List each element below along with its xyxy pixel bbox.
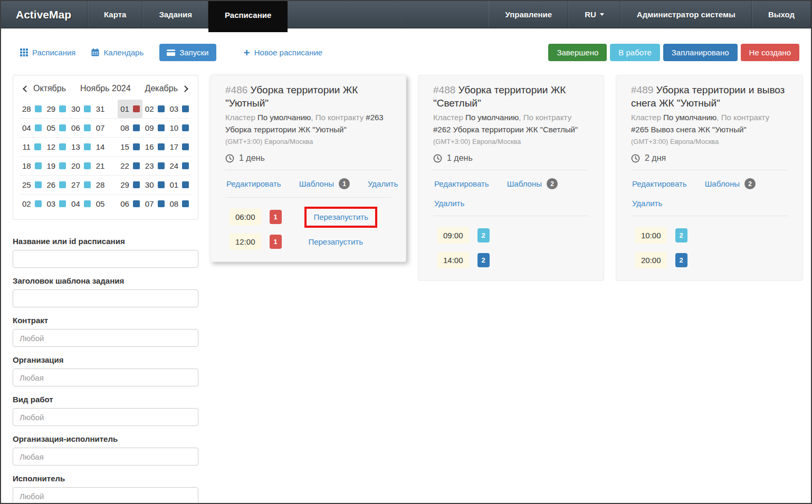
calendar-day-marker-icon (158, 181, 165, 188)
calendar-day-number: 14 (96, 142, 105, 151)
status-filter-button[interactable]: Не создано (741, 44, 799, 61)
nav-menu-item[interactable]: Выход (752, 1, 811, 28)
calendar-day-cell[interactable]: 04 (69, 195, 93, 213)
calendar-day-cell[interactable]: 16 (142, 138, 167, 156)
calendar-day-cell[interactable]: 08 (118, 119, 142, 137)
calendar-day-cell[interactable]: 02 (142, 100, 167, 118)
calendar-day-cell[interactable]: 07 (142, 195, 167, 213)
calendar-day-cell[interactable]: 23 (142, 157, 167, 175)
calendar-day-cell[interactable]: 27 (69, 176, 93, 194)
calendar-day-cell[interactable]: 13 (69, 138, 93, 156)
calendar-day-cell[interactable]: 28 (93, 176, 118, 194)
calendar-day-cell[interactable]: 14 (93, 138, 118, 156)
calendar-day-cell[interactable]: 05 (44, 119, 69, 137)
calendar-day-cell[interactable]: 31 (93, 100, 118, 118)
nav-menu-item[interactable]: RU (568, 1, 620, 28)
launch-count-badge[interactable]: 2 (477, 228, 490, 243)
calendar-day-cell[interactable]: 20 (69, 157, 93, 175)
delete-link[interactable]: Удалить (434, 199, 464, 208)
calendar-day-number: 24 (169, 161, 178, 170)
calendar-day-cell[interactable]: 24 (167, 157, 192, 175)
new-schedule-link[interactable]: + Новое расписание (244, 48, 323, 57)
calendar-day-cell[interactable]: 17 (167, 138, 192, 156)
filter-input[interactable] (13, 408, 198, 426)
status-filter-button[interactable]: Запланировано (663, 44, 738, 61)
filter-input[interactable] (13, 289, 198, 307)
filter-input[interactable] (13, 329, 198, 347)
filter-input[interactable] (13, 250, 198, 268)
calendar-day-cell[interactable]: 30 (142, 176, 167, 194)
view-calendar-link[interactable]: Календарь (91, 48, 144, 57)
launch-time-chip[interactable]: 06:00 (230, 209, 261, 225)
nav-tab[interactable]: Расписание (208, 1, 288, 32)
prev-month-button[interactable]: Октябрь (24, 84, 66, 93)
edit-link[interactable]: Редактировать (632, 179, 687, 188)
calendar-day-cell[interactable]: 26 (44, 176, 69, 194)
calendar-day-cell[interactable]: 25 (20, 176, 44, 194)
calendar-day-cell[interactable]: 18 (20, 157, 44, 175)
calendar-day-cell[interactable]: 06 (69, 119, 93, 137)
delete-link[interactable]: Удалить (632, 199, 662, 208)
app-logo[interactable]: ActiveMap (1, 1, 88, 28)
calendar-day-marker-icon (133, 162, 140, 169)
nav-tab[interactable]: Карта (88, 1, 142, 28)
filter-input[interactable] (13, 487, 198, 504)
restart-link[interactable]: Перезапустить (308, 237, 363, 246)
calendar-day-cell[interactable]: 04 (20, 119, 44, 137)
launch-time-chip[interactable]: 12:00 (230, 234, 261, 250)
launch-time-chip[interactable]: 10:00 (635, 227, 667, 244)
view-launches-link[interactable]: Запуски (159, 44, 216, 61)
filter-input[interactable] (13, 369, 198, 386)
launch-count-badge[interactable]: 1 (270, 210, 282, 224)
edit-link[interactable]: Редактировать (226, 179, 281, 188)
launch-count-badge[interactable]: 1 (270, 235, 282, 249)
templates-link[interactable]: Шаблоны (705, 179, 740, 188)
status-filter-button[interactable]: Завершено (548, 44, 607, 61)
nav-tab[interactable]: Задания (142, 1, 208, 28)
calendar-day-cell[interactable]: 11 (20, 138, 44, 156)
calendar-day-cell[interactable]: 10 (167, 119, 192, 137)
calendar-day-cell[interactable]: 29 (44, 100, 69, 118)
launch-time-chip[interactable]: 20:00 (635, 252, 667, 268)
calendar-day-cell[interactable]: 07 (93, 119, 118, 137)
calendar-day-cell[interactable]: 08 (167, 195, 192, 213)
calendar-day-cell[interactable]: 01 (118, 100, 142, 118)
edit-link[interactable]: Редактировать (434, 179, 489, 188)
calendar-day-cell[interactable]: 03 (44, 195, 69, 213)
status-filter-button[interactable]: В работе (610, 44, 660, 61)
calendar-day-cell[interactable]: 01 (167, 176, 192, 194)
calendar-day-cell[interactable]: 02 (20, 195, 44, 213)
calendar-day-cell[interactable]: 28 (20, 100, 44, 118)
calendar-day-cell[interactable]: 03 (167, 100, 192, 118)
calendar-day-cell[interactable]: 19 (44, 157, 69, 175)
calendar-day-number: 03 (47, 199, 56, 208)
calendar-day-cell[interactable]: 22 (118, 157, 142, 175)
calendar-day-cell[interactable]: 15 (118, 138, 142, 156)
templates-link[interactable]: Шаблоны (507, 179, 542, 188)
nav-menu-item[interactable]: Администратор системы (620, 1, 752, 28)
calendar-day-cell[interactable]: 06 (118, 195, 142, 213)
calendar-day-cell[interactable]: 09 (142, 119, 167, 137)
delete-link[interactable]: Удалить (368, 179, 398, 188)
launch-row: 09:00 2 (433, 223, 589, 248)
launch-count-badge[interactable]: 2 (675, 228, 687, 243)
launch-time-chip[interactable]: 09:00 (437, 227, 469, 244)
card-title: #489 Уборка территории и вывоз снега ЖК … (631, 84, 788, 110)
launch-time-chip[interactable]: 14:00 (437, 252, 469, 268)
restart-link[interactable]: Перезапустить (313, 212, 368, 221)
calendar-day-cell[interactable]: 21 (93, 157, 118, 175)
view-schedules-link[interactable]: Расписания (20, 48, 75, 57)
calendar-day-cell[interactable]: 05 (93, 195, 118, 213)
calendar-day-number: 17 (169, 142, 178, 151)
main-tabs: Карта Задания Расписание (88, 1, 288, 28)
calendar-day-cell[interactable]: 30 (69, 100, 93, 118)
filter-input[interactable] (13, 448, 198, 466)
launch-count-badge[interactable]: 2 (477, 253, 490, 267)
filter-label: Заголовок шаблона задания (13, 276, 198, 285)
templates-link[interactable]: Шаблоны (299, 179, 334, 188)
calendar-day-cell[interactable]: 29 (118, 176, 142, 194)
nav-menu-item[interactable]: Управление (489, 1, 568, 28)
next-month-button[interactable]: Декабрь (145, 84, 187, 93)
launch-count-badge[interactable]: 2 (675, 253, 687, 267)
calendar-day-cell[interactable]: 12 (44, 138, 69, 156)
